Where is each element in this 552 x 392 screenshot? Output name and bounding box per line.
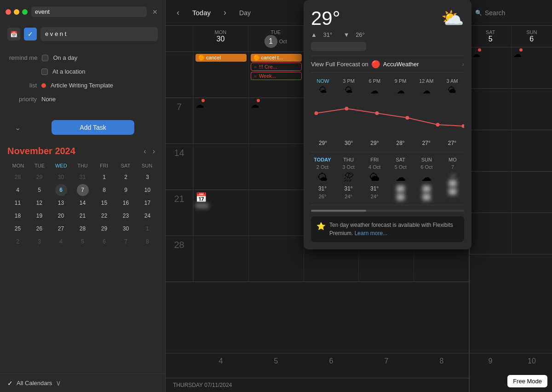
daily-temps-mo: ██ [448,180,456,186]
mini-day[interactable]: 24 [142,210,154,222]
cal-day-tue-29[interactable] [248,236,304,282]
right-cell-sat-19[interactable] [470,130,511,172]
mini-day[interactable]: 3 [34,236,46,248]
right-cell-sun-3[interactable] [511,213,552,254]
right-cell-sat-26[interactable] [470,172,511,213]
cal-day-mon-30[interactable]: 🟠 cancel [193,52,248,98]
search-text[interactable]: Search [485,9,505,17]
add-task-button[interactable]: Add Task [52,120,134,135]
mini-cal-prev[interactable]: ‹ [141,146,149,156]
search-input[interactable] [31,6,147,17]
mini-day[interactable]: 11 [12,197,24,209]
right-cell-sun-20[interactable] [511,130,552,172]
mini-day[interactable]: 12 [34,197,46,209]
mini-day[interactable]: 7 [120,236,132,248]
event-chip[interactable]: ○ Week... [251,72,302,80]
right-cell-sun-6[interactable]: ☁ [511,47,552,89]
mini-day[interactable]: 4 [55,236,67,248]
collapse-button[interactable]: ⌄ [7,121,28,134]
mini-day[interactable]: 21 [77,210,89,222]
today-button[interactable]: Today [189,7,214,18]
mini-day[interactable]: 28 [12,171,24,183]
mini-day[interactable]: 31 [77,171,89,183]
premium-learn-more-link[interactable]: Learn more... [355,230,387,236]
event-badge [478,48,481,52]
mini-day[interactable]: 27 [55,223,67,235]
calendar-icon-button[interactable]: 📅 [7,28,20,40]
at-location-checkbox[interactable] [41,69,48,75]
day-view-button[interactable]: Day [236,7,254,18]
right-cell-sat-12[interactable] [470,89,511,130]
mini-day[interactable]: 5 [77,236,89,248]
mini-day[interactable]: 14 [77,197,89,209]
close-button[interactable] [6,9,11,15]
all-calendars-label[interactable]: All Calendars [17,380,52,386]
hourly-icon-3: ☁ [389,86,413,96]
on-a-day-checkbox[interactable] [42,55,48,61]
event-chip[interactable]: ○ !!! Cre... [251,63,302,71]
right-cell-sat-2[interactable] [470,213,511,254]
mini-day[interactable]: 19 [34,210,46,222]
cal-day-tue-15[interactable] [248,144,304,190]
mini-day[interactable]: 2 [120,171,132,183]
mini-day[interactable]: 6 [55,184,67,196]
mini-day[interactable]: 23 [120,210,132,222]
check-button[interactable]: ✓ [24,28,37,40]
mini-day[interactable]: 1 [98,171,110,183]
maximize-button[interactable] [22,9,28,15]
clear-search-button[interactable]: ✕ [150,7,160,17]
mini-day[interactable]: 9 [120,184,132,196]
mini-day[interactable]: 4 [12,184,24,196]
mini-day[interactable]: 13 [55,197,67,209]
prev-nav-button[interactable]: ‹ [173,6,183,19]
mini-cal-weeks: 28 29 30 31 1 2 3 4 5 6 7 8 9 10 11 12 1… [7,171,158,248]
calendars-chevron[interactable]: ∨ [56,379,61,387]
event-chip[interactable]: 🟠 cancel t... [251,54,302,62]
mini-day[interactable]: 30 [120,223,132,235]
mini-day[interactable]: 17 [142,197,154,209]
mini-day[interactable]: 3 [142,171,154,183]
cal-day-mon-21[interactable]: 📅 ████ [193,190,248,236]
cal-day-mon-7[interactable]: ☁ [193,98,248,144]
next-nav-button[interactable]: › [220,6,230,19]
mini-day[interactable]: 26 [34,223,46,235]
cal-day-tue-8[interactable]: ☁ [248,98,304,144]
accuweather-link[interactable]: View Full Forecast on 🔴 AccuWeather › [311,56,464,73]
col-header-mon: MON 30 [193,26,248,52]
mini-day[interactable]: 29 [98,223,110,235]
hour-label-12am: 12 AM [414,78,438,84]
mini-day-today[interactable]: 7 [77,184,89,196]
mini-day[interactable]: 2 [12,236,24,248]
bottom-num-6: 6 [304,357,359,365]
mini-day[interactable]: 6 [98,236,110,248]
temp-chart-svg [311,99,464,136]
mini-day[interactable]: 28 [77,223,89,235]
mini-day[interactable]: 8 [142,236,154,248]
right-cell-sat-5[interactable]: ☁ [470,47,511,89]
mini-day[interactable]: 25 [12,223,24,235]
mini-day[interactable]: 30 [55,171,67,183]
cal-day-mon-14[interactable] [193,144,248,190]
mini-day[interactable]: 20 [55,210,67,222]
cal-day-mon-28[interactable] [193,236,248,282]
mini-day[interactable]: 22 [98,210,110,222]
mini-day[interactable]: 16 [120,197,132,209]
cal-day-tue-1[interactable]: 🟠 cancel t... ○ !!! Cre... ○ Week... [248,52,304,98]
mini-day[interactable]: 29 [34,171,46,183]
event-chip[interactable]: 🟠 cancel [196,54,247,62]
daily-day-fri: FRI [370,157,379,162]
hourly-icon-5: 🌥 [440,86,464,96]
mini-day[interactable]: 10 [142,184,154,196]
mini-day[interactable]: 1 [142,223,154,235]
weather-high-icon: ▲ [311,31,317,38]
minimize-button[interactable] [14,9,19,15]
right-cell-sun-27[interactable] [511,172,552,213]
mini-cal-next[interactable]: › [150,146,158,156]
mini-day[interactable]: 8 [98,184,110,196]
mini-day[interactable]: 18 [12,210,24,222]
mini-day[interactable]: 15 [98,197,110,209]
right-cell-sun-13[interactable] [511,89,552,130]
cal-day-tue-22[interactable] [248,190,304,236]
mini-day[interactable]: 5 [34,184,46,196]
mini-cal-header: November 2024 ‹ › [7,146,158,156]
